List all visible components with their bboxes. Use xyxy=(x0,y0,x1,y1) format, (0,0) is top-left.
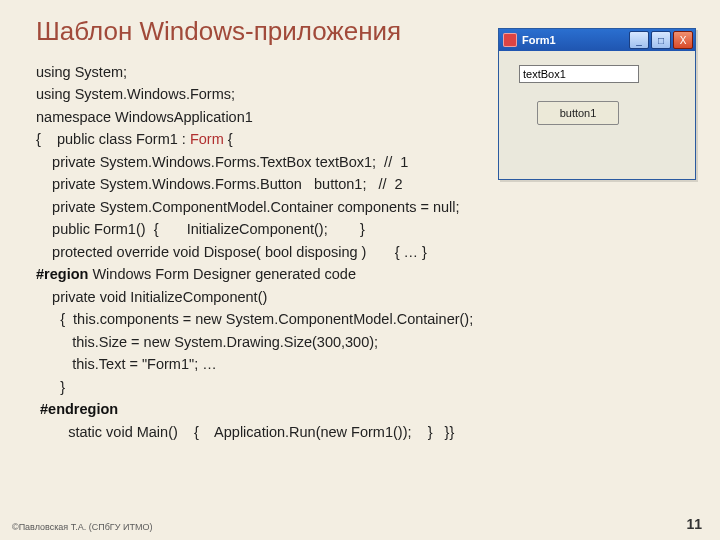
code-line: using System; xyxy=(36,64,127,80)
button1[interactable]: button1 xyxy=(537,101,619,125)
code-line: } xyxy=(36,379,65,395)
textbox1-input[interactable] xyxy=(519,65,639,83)
code-line: protected override void Dispose( bool di… xyxy=(36,244,427,260)
minimize-button[interactable]: _ xyxy=(629,31,649,49)
code-line: static void Main() { Application.Run(new… xyxy=(36,424,454,440)
keyword-region: #region xyxy=(36,266,88,282)
code-line: private System.ComponentModel.Container … xyxy=(36,199,460,215)
maximize-button[interactable]: □ xyxy=(651,31,671,49)
maximize-icon: □ xyxy=(658,35,664,46)
keyword-endregion: #endregion xyxy=(36,401,118,417)
code-line: using System.Windows.Forms; xyxy=(36,86,235,102)
code-line: { this.components = new System.Component… xyxy=(36,311,473,327)
code-line: private void InitializeComponent() xyxy=(36,289,267,305)
code-line: this.Text = "Form1"; … xyxy=(36,356,217,372)
winform-window: Form1 _ □ X button1 xyxy=(498,28,696,180)
slide: Шаблон Windows-приложения using System; … xyxy=(0,0,720,540)
winform-title: Form1 xyxy=(522,34,627,46)
code-line: public Form1() { InitializeComponent(); … xyxy=(36,221,365,237)
winform-titlebar[interactable]: Form1 _ □ X xyxy=(499,29,695,51)
close-button[interactable]: X xyxy=(673,31,693,49)
page-number: 11 xyxy=(686,516,702,532)
winform-client: button1 xyxy=(499,51,695,179)
footer-copyright: ©Павловская Т.А. (СПбГУ ИТМО) xyxy=(12,522,152,532)
code-line: private System.Windows.Forms.TextBox tex… xyxy=(36,154,408,170)
code-line: { public class Form1 : Form { xyxy=(36,131,233,147)
keyword-form: Form xyxy=(190,131,224,147)
code-line: namespace WindowsApplication1 xyxy=(36,109,253,125)
minimize-icon: _ xyxy=(636,35,642,46)
code-line: this.Size = new System.Drawing.Size(300,… xyxy=(36,334,378,350)
code-line: private System.Windows.Forms.Button butt… xyxy=(36,176,403,192)
app-icon xyxy=(503,33,517,47)
code-line: #region Windows Form Designer generated … xyxy=(36,266,356,282)
close-icon: X xyxy=(680,35,687,46)
